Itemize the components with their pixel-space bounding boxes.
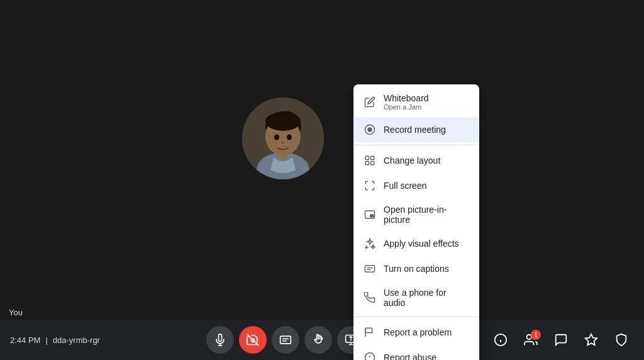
effects-label: Apply visual effects: [384, 239, 459, 249]
menu-item-captions[interactable]: Turn on captions: [353, 256, 479, 281]
people-button[interactable]: 1: [518, 327, 543, 352]
camera-button[interactable]: [239, 326, 267, 354]
record-label: Record meeting: [384, 125, 446, 135]
phone-label: Use a phone for audio: [384, 288, 469, 308]
meeting-info: 2:44 PM | dda-yrmb-rgr: [10, 335, 123, 345]
problem-label: Report a problem: [384, 327, 452, 337]
bottom-bar: 2:44 PM | dda-yrmb-rgr: [0, 320, 644, 360]
record-icon: [364, 123, 376, 136]
menu-item-effects[interactable]: Apply visual effects: [353, 231, 479, 256]
people-badge: 1: [531, 330, 541, 340]
dropdown-menu: Whiteboard Open a Jam Record meeting: [353, 84, 479, 360]
layout-icon: [364, 154, 376, 167]
svg-rect-11: [365, 162, 369, 165]
meeting-code: dda-yrmb-rgr: [53, 335, 100, 345]
menu-item-pip[interactable]: Open picture-in-picture: [353, 198, 479, 231]
video-area: You Whiteboard Open a Jam: [0, 0, 644, 360]
pencil-icon: [364, 96, 376, 108]
menu-divider-1: [353, 145, 479, 145]
you-label: You: [9, 308, 23, 317]
info-button[interactable]: [488, 327, 513, 352]
mic-button[interactable]: [206, 326, 234, 354]
right-controls: 1: [488, 327, 634, 352]
svg-rect-12: [371, 162, 374, 165]
svg-point-6: [287, 135, 292, 140]
svg-rect-30: [280, 336, 291, 344]
layout-label: Change layout: [384, 155, 440, 166]
abuse-icon: [364, 351, 376, 360]
meeting-time: 2:44 PM: [10, 335, 40, 345]
captions-button[interactable]: [272, 326, 299, 354]
menu-item-problem[interactable]: Report a problem: [353, 320, 479, 345]
raise-hand-button[interactable]: [304, 326, 332, 354]
safety-button[interactable]: [609, 327, 634, 352]
chat-button[interactable]: [548, 327, 574, 352]
svg-marker-44: [586, 334, 597, 345]
menu-item-phone[interactable]: Use a phone for audio: [353, 281, 479, 314]
abuse-label: Report abuse: [384, 352, 436, 360]
menu-item-layout[interactable]: Change layout: [353, 148, 479, 173]
activities-button[interactable]: [579, 327, 604, 352]
whiteboard-label: Whiteboard: [384, 93, 429, 103]
svg-rect-15: [365, 266, 375, 273]
captions-label: Turn on captions: [384, 264, 449, 274]
participant-avatar: [242, 98, 324, 179]
svg-rect-14: [370, 215, 374, 217]
participant-container: [242, 98, 324, 179]
effects-icon: [364, 237, 376, 250]
menu-item-fullscreen[interactable]: Full screen: [353, 173, 479, 198]
menu-item-abuse[interactable]: Report abuse: [353, 345, 479, 360]
pip-icon: [364, 208, 376, 221]
svg-rect-18: [365, 328, 372, 333]
separator: |: [45, 335, 47, 345]
fullscreen-icon: [364, 179, 376, 192]
flag-icon: [364, 326, 376, 339]
phone-icon: [364, 291, 376, 304]
menu-item-whiteboard[interactable]: Whiteboard Open a Jam: [353, 87, 479, 117]
svg-rect-9: [365, 156, 369, 159]
captions-icon: [364, 262, 376, 275]
svg-point-5: [274, 135, 279, 140]
svg-rect-10: [371, 156, 374, 159]
menu-item-record[interactable]: Record meeting: [353, 117, 479, 142]
pip-label: Open picture-in-picture: [384, 205, 469, 225]
fullscreen-label: Full screen: [384, 181, 426, 191]
menu-divider-2: [353, 317, 479, 317]
svg-point-8: [368, 128, 372, 132]
whiteboard-sublabel: Open a Jam: [384, 103, 429, 111]
